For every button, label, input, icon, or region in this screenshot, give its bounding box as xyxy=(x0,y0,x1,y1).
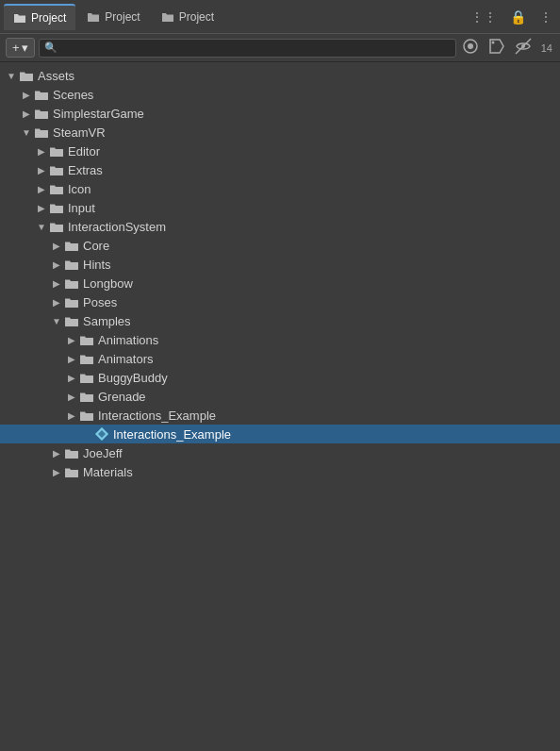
arrow-extras xyxy=(34,165,49,175)
svg-line-5 xyxy=(516,39,531,54)
label-samples: Samples xyxy=(83,314,131,328)
folder-icon-grenade xyxy=(79,391,94,403)
arrow-materials xyxy=(49,467,64,477)
label-extras: Extras xyxy=(68,163,103,177)
folder-icon-interactions-example xyxy=(79,409,94,422)
add-dropdown-icon: ▾ xyxy=(22,41,28,55)
tab-label-3: Project xyxy=(179,10,214,24)
tab-project-3[interactable]: Project xyxy=(152,4,223,30)
folder-icon-joejeff xyxy=(64,447,79,459)
arrow-editor xyxy=(34,146,49,157)
tree-item-animations[interactable]: Animations xyxy=(0,330,560,349)
tree-item-editor[interactable]: Editor xyxy=(0,142,560,160)
tree-item-core[interactable]: Core xyxy=(0,236,560,255)
label-editor: Editor xyxy=(68,144,100,159)
tree-item-icon[interactable]: Icon xyxy=(0,179,560,198)
tab-bar: Project Project Project ⋮⋮ 🔒 ⋮ xyxy=(0,0,560,34)
arrow-poses xyxy=(49,297,64,308)
folder-icon-editor xyxy=(49,145,64,158)
scene-icon-interactions-example xyxy=(94,426,109,442)
search-input[interactable] xyxy=(39,39,456,58)
arrow-icon xyxy=(34,184,49,194)
tree-item-hints[interactable]: Hints xyxy=(0,255,560,274)
label-poses: Poses xyxy=(83,295,117,309)
folder-icon-tab1 xyxy=(13,12,26,24)
arrow-steamvr xyxy=(19,127,34,138)
tree-item-scenes[interactable]: Scenes xyxy=(0,85,560,104)
label-joejeff: JoeJeff xyxy=(83,446,123,460)
tree-item-poses[interactable]: Poses xyxy=(0,292,560,311)
eye-icon[interactable] xyxy=(513,36,534,59)
folder-icon-steamvr xyxy=(34,126,49,139)
folder-icon-materials xyxy=(64,466,79,478)
tree-item-longbow[interactable]: Longbow xyxy=(0,274,560,292)
label-animators: Animators xyxy=(98,352,154,366)
folder-icon-hints xyxy=(64,259,79,271)
toolbar: + ▾ 🔍 xyxy=(0,34,560,62)
add-button[interactable]: + ▾ xyxy=(6,38,35,58)
folder-icon-assets xyxy=(19,70,34,82)
arrow-buggybuddy xyxy=(64,373,79,383)
arrow-hints xyxy=(49,259,64,270)
tree-item-materials[interactable]: Materials xyxy=(0,462,560,481)
folder-icon-icon xyxy=(49,183,64,195)
tab-label-1: Project xyxy=(31,11,66,25)
label-steamvr: SteamVR xyxy=(53,125,106,140)
tree-item-steamvr[interactable]: SteamVR xyxy=(0,123,560,142)
label-assets: Assets xyxy=(38,69,74,83)
filter-icon[interactable] xyxy=(460,36,481,59)
arrow-input xyxy=(34,203,49,213)
tree-item-extras[interactable]: Extras xyxy=(0,160,560,179)
panel-menu-icon[interactable]: ⋮⋮ xyxy=(467,8,501,26)
tree-container[interactable]: Assets Scenes SimplestarGame SteamVR xyxy=(0,62,560,750)
tree-item-grenade[interactable]: Grenade xyxy=(0,387,560,406)
tab-project-1[interactable]: Project xyxy=(4,4,75,30)
label-materials: Materials xyxy=(83,465,133,479)
folder-icon-input xyxy=(49,202,64,214)
arrow-longbow xyxy=(49,278,64,289)
tab-label-2: Project xyxy=(105,10,140,24)
svg-point-1 xyxy=(468,43,473,49)
label-scenes: Scenes xyxy=(53,88,93,102)
folder-icon-buggybuddy xyxy=(79,372,94,384)
tree-item-joejeff[interactable]: JoeJeff xyxy=(0,443,560,462)
tree-item-assets[interactable]: Assets xyxy=(0,66,560,85)
arrow-scenes xyxy=(19,90,34,100)
arrow-simplestar xyxy=(19,108,34,119)
folder-icon-animations xyxy=(79,334,94,346)
arrow-interactionsystem xyxy=(34,222,49,232)
label-interactions-example-folder: Interactions_Example xyxy=(98,409,216,423)
label-buggybuddy: BuggyBuddy xyxy=(98,371,168,385)
tree-item-interactions-example-scene[interactable]: Interactions_Example xyxy=(0,425,560,443)
label-interactionsystem: InteractionSystem xyxy=(68,220,166,234)
folder-icon-samples xyxy=(64,315,79,327)
label-simplestar: SimplestarGame xyxy=(53,107,144,121)
label-core: Core xyxy=(83,239,109,253)
folder-icon-tab2 xyxy=(87,11,100,23)
label-icon[interactable] xyxy=(486,36,507,59)
tree-item-animators[interactable]: Animators xyxy=(0,349,560,368)
arrow-animators xyxy=(64,354,79,364)
search-wrapper: 🔍 xyxy=(39,39,456,58)
project-window: Project Project Project ⋮⋮ 🔒 ⋮ + ▾ 🔍 xyxy=(0,0,560,750)
folder-icon-tab3 xyxy=(161,11,174,23)
tree-item-input[interactable]: Input xyxy=(0,198,560,217)
lock-icon[interactable]: 🔒 xyxy=(506,8,530,26)
toolbar-right: 14 xyxy=(460,36,554,59)
tree-item-interactionsystem[interactable]: InteractionSystem xyxy=(0,217,560,236)
tree-item-buggybuddy[interactable]: BuggyBuddy xyxy=(0,368,560,387)
label-animations: Animations xyxy=(98,333,158,347)
folder-icon-simplestar xyxy=(34,108,49,120)
label-grenade: Grenade xyxy=(98,390,146,404)
tree-item-interactions-example-folder[interactable]: Interactions_Example xyxy=(0,406,560,425)
arrow-assets xyxy=(4,71,19,81)
svg-point-3 xyxy=(491,42,494,44)
tab-project-2[interactable]: Project xyxy=(77,4,149,30)
label-longbow: Longbow xyxy=(83,276,133,291)
arrow-core xyxy=(49,241,64,251)
add-plus-label: + xyxy=(12,41,20,55)
more-options-icon[interactable]: ⋮ xyxy=(535,8,556,26)
arrow-grenade xyxy=(64,392,79,402)
tree-item-simplestar[interactable]: SimplestarGame xyxy=(0,104,560,123)
tree-item-samples[interactable]: Samples xyxy=(0,311,560,330)
